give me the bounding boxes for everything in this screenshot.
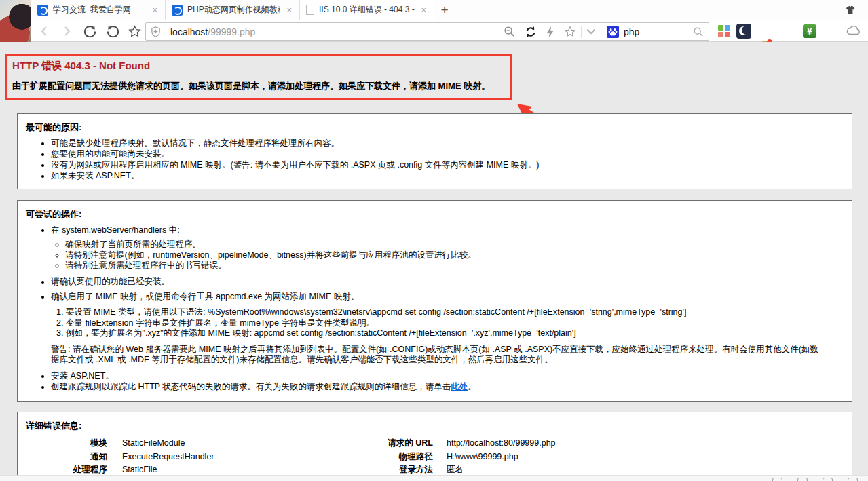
action-item: 安装 ASP.NET。 <box>51 371 844 381</box>
tab-title: PHP动态网页制作视频教程_ <box>187 4 280 16</box>
trace-text: 创建跟踪规则以跟踪此 HTTP 状态代码的失败的请求。有关为失败的请求创建跟踪规… <box>51 382 451 391</box>
causes-heading: 最可能的原因: <box>26 122 844 132</box>
action-item: 请确认要使用的功能已经安装。 <box>51 277 844 287</box>
iis-error-page: HTTP 错误 404.3 - Not Found 由于扩展配置问题而无法提供您… <box>0 42 868 481</box>
browser-chrome: 学习交流_我爱自学网 × PHP动态网页制作视频教程_ × IIS 10.0 详… <box>0 0 868 42</box>
tab-title: IIS 10.0 详细错误 - 404.3 - <box>319 4 415 16</box>
user-avatar[interactable] <box>0 0 31 42</box>
tab-iis-error[interactable]: IIS 10.0 详细错误 - 404.3 - × <box>300 0 434 20</box>
bottom-toolbar-icon[interactable] <box>823 478 833 481</box>
coupon-yuan-extension-icon[interactable]: ¥ <box>803 24 816 38</box>
search-box[interactable]: php <box>601 23 709 40</box>
detail-label: 物理路径 <box>357 450 433 464</box>
undo-rotate-icon[interactable] <box>105 24 121 39</box>
detail-value: http://localhost:80/99999.php <box>447 437 556 450</box>
baidu-paw-icon[interactable] <box>607 26 619 38</box>
skin-shirt-icon[interactable]: – <box>846 5 856 17</box>
detail-label: 请求的 URL <box>357 437 433 450</box>
bottom-toolbar <box>0 475 868 481</box>
new-tab-button[interactable]: + <box>434 0 455 20</box>
trace-period: 。 <box>468 382 476 391</box>
toolbar: localhost /99999.php <box>31 20 868 42</box>
bottom-toolbar-icon[interactable] <box>772 478 782 481</box>
mime-step: 变量 fileExtension 字符串是文件扩展名，变量 mimeType 字… <box>66 318 844 328</box>
tab-close-icon[interactable]: × <box>285 5 293 15</box>
yuan-glyph: ¥ <box>807 26 812 37</box>
lightning-icon[interactable] <box>542 23 559 40</box>
chevron-down-icon[interactable] <box>582 23 601 40</box>
actions-heading: 可尝试的操作: <box>26 209 844 219</box>
apps-grid-icon[interactable] <box>717 24 731 38</box>
cause-item: 可能是缺少处理程序映射。默认情况下，静态文件处理程序将处理所有内容。 <box>51 138 844 149</box>
details-right-column: 请求的 URLhttp://localhost:80/99999.php 物理路… <box>357 437 556 477</box>
handlers-intro: 在 system.webServer/handlers 中: <box>51 225 180 235</box>
bookmark-star-icon[interactable] <box>559 23 581 40</box>
actions-section: 可尝试的操作: 在 system.webServer/handlers 中: 确… <box>17 200 852 402</box>
minimize-icon[interactable]: – <box>852 7 858 18</box>
details-left-column: 模块StaticFileModule 通知ExecuteRequestHandl… <box>26 437 214 477</box>
detail-value: H:\www\99999.php <box>447 450 518 464</box>
search-magnifier-icon[interactable] <box>688 23 709 40</box>
zoom-out-icon[interactable] <box>499 23 520 40</box>
cause-item: 您要使用的功能可能尚未安装。 <box>51 149 844 159</box>
error-title: HTTP 错误 404.3 - Not Found <box>12 60 150 73</box>
night-mode-extension-icon[interactable] <box>736 24 751 39</box>
51zxw-favicon <box>37 5 48 16</box>
tab-51zxw-home[interactable]: 学习交流_我爱自学网 × <box>31 0 166 20</box>
mime-step: 要设置 MIME 类型，请使用以下语法: %SystemRoot%\window… <box>66 307 844 318</box>
mime-step: 例如，要为扩展名为".xyz"的文件添加 MIME 映射: appcmd set… <box>66 328 844 339</box>
action-subitem: 请特别注意所需处理程序行中的书写错误。 <box>65 261 844 271</box>
mime-warning: 警告: 请在确认您的 Web 服务器需要此 MIME 映射之后再将其添加到列表中… <box>51 345 821 365</box>
search-query: php <box>624 26 688 37</box>
detail-label: 模块 <box>26 437 107 450</box>
bottom-toolbar-icon[interactable] <box>848 478 858 481</box>
cause-item: 如果未安装 ASP.NET。 <box>51 171 844 181</box>
action-item: 在 system.webServer/handlers 中: 确保映射了当前页所… <box>51 225 844 271</box>
action-item: 确认启用了 MIME 映射，或使用命令行工具 appcmd.exe 为网站添加 … <box>51 292 844 365</box>
url-path: /99999.php <box>208 26 255 37</box>
page-favicon <box>306 5 314 15</box>
cause-item: 没有为网站或应用程序启用相应的 MIME 映射。(警告: 请不要为用户不应下载的… <box>51 160 844 170</box>
action-subitem: 确保映射了当前页所需的处理程序。 <box>65 239 844 250</box>
detail-value: StaticFileModule <box>122 437 185 450</box>
cloud-icon[interactable] <box>846 25 860 39</box>
refresh-button[interactable] <box>81 24 98 39</box>
address-bar[interactable]: localhost /99999.php <box>145 22 709 41</box>
tab-close-icon[interactable]: × <box>419 5 428 15</box>
tab-php-tutorial[interactable]: PHP动态网页制作视频教程_ × <box>166 0 300 20</box>
details-heading: 详细错误信息: <box>26 421 844 431</box>
security-shield-icon[interactable] <box>146 23 166 40</box>
bottom-toolbar-icon[interactable] <box>797 478 808 481</box>
51zxw-favicon <box>172 5 183 16</box>
detail-value: ExecuteRequestHandler <box>122 450 214 464</box>
tab-close-icon[interactable]: × <box>151 5 159 15</box>
tab-title: 学习交流_我爱自学网 <box>53 4 146 16</box>
forward-button[interactable] <box>58 24 75 39</box>
action-item: 创建跟踪规则以跟踪此 HTTP 状态代码的失败的请求。有关为失败的请求创建跟踪规… <box>51 382 844 392</box>
here-link[interactable]: 此处 <box>451 382 468 391</box>
tab-bar: 学习交流_我爱自学网 × PHP动态网页制作视频教程_ × IIS 10.0 详… <box>31 0 868 20</box>
auto-refresh-cycle-icon[interactable] <box>520 23 542 40</box>
error-summary: 由于扩展配置问题而无法提供您请求的页面。如果该页面是脚本，请添加处理程序。如果应… <box>12 80 490 92</box>
mime-intro: 确认启用了 MIME 映射，或使用命令行工具 appcmd.exe 为网站添加 … <box>51 292 359 301</box>
favorites-star-icon[interactable] <box>126 24 143 39</box>
back-button[interactable] <box>37 24 53 39</box>
url-host: localhost <box>170 26 208 37</box>
details-section: 详细错误信息: 模块StaticFileModule 通知ExecuteRequ… <box>17 412 852 481</box>
causes-section: 最可能的原因: 可能是缺少处理程序映射。默认情况下，静态文件处理程序将处理所有内… <box>17 113 852 189</box>
action-subitem: 请特别注意前提(例如，runtimeVersion、pipelineMode、b… <box>65 250 844 261</box>
detail-label: 通知 <box>26 450 107 464</box>
